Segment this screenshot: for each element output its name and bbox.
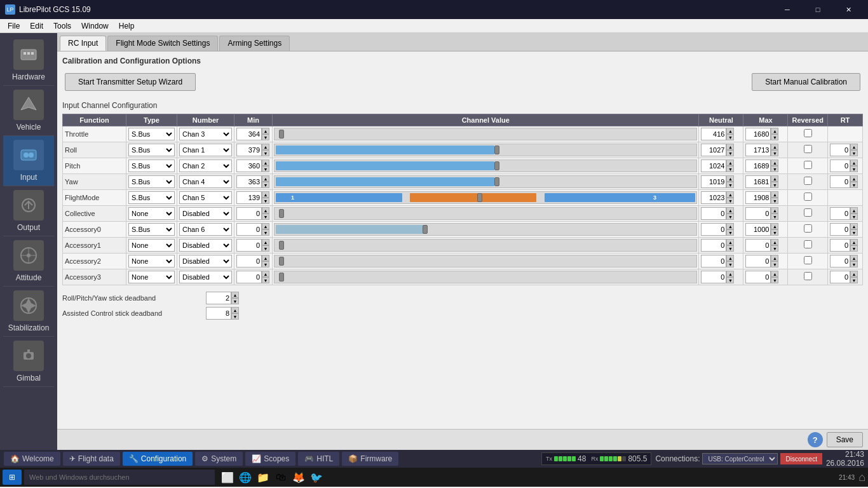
row-0-neutral-input[interactable] [701, 128, 726, 140]
row-7-min-input[interactable] [236, 239, 262, 252]
sidebar-item-stabilization[interactable]: Stabilization [3, 287, 54, 337]
row-5-slider[interactable] [274, 207, 697, 220]
row-0-type[interactable]: NoneS.BusPPMPWM [126, 126, 177, 142]
row-0-min-input[interactable] [236, 128, 262, 140]
row-8-number-select[interactable]: DisabledChan 1Chan 2Chan 3Chan 4Chan 5Ch… [179, 255, 232, 268]
row-9-max-input[interactable] [745, 271, 771, 283]
sidebar-item-input[interactable]: Input [3, 136, 54, 186]
task-icon-edge[interactable]: 🌐 [238, 470, 253, 485]
row-4-slider[interactable]: 13 [274, 191, 697, 204]
sidebar-item-vehicle[interactable]: Vehicle [3, 86, 54, 136]
row-9-type-select[interactable]: NoneS.BusPPMPWM [128, 271, 175, 283]
row-1-number[interactable]: DisabledChan 1Chan 2Chan 3Chan 4Chan 5Ch… [177, 142, 234, 158]
row-6-slider[interactable] [274, 223, 697, 236]
row-2-max-input[interactable] [745, 159, 771, 172]
row-1-slider[interactable] [274, 144, 697, 156]
row-3-number[interactable]: DisabledChan 1Chan 2Chan 3Chan 4Chan 5Ch… [177, 174, 234, 190]
row-1-type[interactable]: NoneS.BusPPMPWM [126, 142, 177, 158]
save-button[interactable]: Save [827, 432, 863, 447]
row-4-neutral-input[interactable] [701, 191, 726, 204]
task-icon-store[interactable]: 🛍 [273, 470, 288, 485]
row-7-slider[interactable] [274, 239, 697, 252]
task-icon-firefox[interactable]: 🦊 [291, 470, 306, 485]
row-6-reversed-checkbox[interactable] [804, 224, 812, 233]
task-icon-1[interactable]: ⬜ [220, 470, 235, 485]
row-7-rt-input[interactable] [830, 239, 850, 252]
row-6-number[interactable]: DisabledChan 1Chan 2Chan 3Chan 4Chan 5Ch… [177, 222, 234, 238]
sidebar-item-hardware[interactable]: Hardware [3, 36, 54, 86]
help-button[interactable]: ? [808, 432, 823, 447]
row-2-reversed-checkbox[interactable] [804, 161, 812, 169]
row-9-number[interactable]: DisabledChan 1Chan 2Chan 3Chan 4Chan 5Ch… [177, 269, 234, 285]
row-5-neutral-input[interactable] [701, 207, 726, 220]
menu-edit[interactable]: Edit [25, 20, 48, 32]
row-4-reversed-checkbox[interactable] [804, 193, 812, 201]
row-0-number-select[interactable]: DisabledChan 1Chan 2Chan 3Chan 4Chan 5Ch… [179, 128, 232, 140]
row-6-min-input[interactable] [236, 223, 262, 236]
row-9-reversed-checkbox[interactable] [804, 272, 812, 280]
row-1-min-input[interactable] [236, 144, 262, 156]
row-5-max-input[interactable] [745, 207, 771, 220]
row-5-number-select[interactable]: DisabledChan 1Chan 2Chan 3Chan 4Chan 5Ch… [179, 207, 232, 220]
row-6-rt-input[interactable] [830, 223, 850, 236]
row-2-min-input[interactable] [236, 159, 262, 172]
menu-window[interactable]: Window [76, 20, 114, 32]
deadband-assisted-input[interactable] [206, 307, 231, 320]
manual-cal-button[interactable]: Start Manual Calibration [752, 73, 860, 91]
sidebar-item-gimbal[interactable]: Gimbal [3, 337, 54, 387]
row-2-type-select[interactable]: NoneS.BusPPMPWM [128, 159, 175, 172]
row-5-number[interactable]: DisabledChan 1Chan 2Chan 3Chan 4Chan 5Ch… [177, 206, 234, 222]
statusbar-tab-configuration[interactable]: 🔧 Configuration [123, 452, 193, 466]
row-7-max-input[interactable] [745, 239, 771, 252]
row-8-reversed-checkbox[interactable] [804, 256, 812, 264]
row-8-max-input[interactable] [745, 255, 771, 268]
row-6-type-select[interactable]: NoneS.BusPPMPWM [128, 223, 175, 236]
row-4-type-select[interactable]: NoneS.BusPPMPWM [128, 191, 175, 204]
row-1-neutral-input[interactable] [701, 144, 726, 156]
tab-flight-mode[interactable]: Flight Mode Switch Settings [107, 36, 218, 51]
row-8-min-input[interactable] [236, 255, 262, 268]
row-3-slider[interactable] [274, 175, 697, 188]
close-button[interactable]: ✕ [834, 0, 863, 19]
row-1-type-select[interactable]: NoneS.BusPPMPWM [128, 144, 175, 156]
row-9-rt-input[interactable] [830, 271, 850, 283]
row-1-reversed[interactable] [788, 142, 828, 158]
row-3-neutral-input[interactable] [701, 175, 726, 188]
row-8-type-select[interactable]: NoneS.BusPPMPWM [128, 255, 175, 268]
row-5-reversed[interactable] [788, 206, 828, 222]
row-5-type-select[interactable]: NoneS.BusPPMPWM [128, 207, 175, 220]
connections-select[interactable]: USB: CopterControl [702, 453, 778, 464]
task-icon-explorer[interactable]: 📁 [255, 470, 271, 485]
row-7-number-select[interactable]: DisabledChan 1Chan 2Chan 3Chan 4Chan 5Ch… [179, 239, 232, 252]
row-2-number[interactable]: DisabledChan 1Chan 2Chan 3Chan 4Chan 5Ch… [177, 158, 234, 174]
wizard-button[interactable]: Start Transmitter Setup Wizard [65, 73, 196, 91]
row-7-reversed-checkbox[interactable] [804, 240, 812, 248]
row-7-type[interactable]: NoneS.BusPPMPWM [126, 238, 177, 254]
row-9-slider[interactable] [274, 271, 697, 283]
row-1-max-input[interactable] [745, 144, 771, 156]
maximize-button[interactable]: □ [803, 0, 832, 19]
row-6-reversed[interactable] [788, 222, 828, 238]
deadband-rpy-up[interactable]: ▲ [231, 292, 239, 298]
row-5-type[interactable]: NoneS.BusPPMPWM [126, 206, 177, 222]
row-1-reversed-checkbox[interactable] [804, 145, 812, 153]
row-0-number[interactable]: DisabledChan 1Chan 2Chan 3Chan 4Chan 5Ch… [177, 126, 234, 142]
menu-help[interactable]: Help [114, 20, 140, 32]
statusbar-tab-hitl[interactable]: 🎮 HITL [298, 452, 339, 466]
row-4-min-input[interactable] [236, 191, 262, 204]
row-3-min-input[interactable] [236, 175, 262, 188]
row-9-number-select[interactable]: DisabledChan 1Chan 2Chan 3Chan 4Chan 5Ch… [179, 271, 232, 283]
row-9-type[interactable]: NoneS.BusPPMPWM [126, 269, 177, 285]
row-8-reversed[interactable] [788, 254, 828, 269]
task-icon-app[interactable]: 🐦 [309, 470, 324, 485]
deadband-assisted-up[interactable]: ▲ [231, 307, 239, 313]
row-8-number[interactable]: DisabledChan 1Chan 2Chan 3Chan 4Chan 5Ch… [177, 254, 234, 269]
statusbar-tab-welcome[interactable]: 🏠 Welcome [4, 452, 60, 466]
minimize-button[interactable]: ─ [773, 0, 802, 19]
row-2-slider[interactable] [274, 159, 697, 172]
row-6-max-input[interactable] [745, 223, 771, 236]
row-2-type[interactable]: NoneS.BusPPMPWM [126, 158, 177, 174]
statusbar-tab-scopes[interactable]: 📈 Scopes [245, 452, 295, 466]
row-2-neutral-input[interactable] [701, 159, 726, 172]
row-8-neutral-input[interactable] [701, 255, 726, 268]
